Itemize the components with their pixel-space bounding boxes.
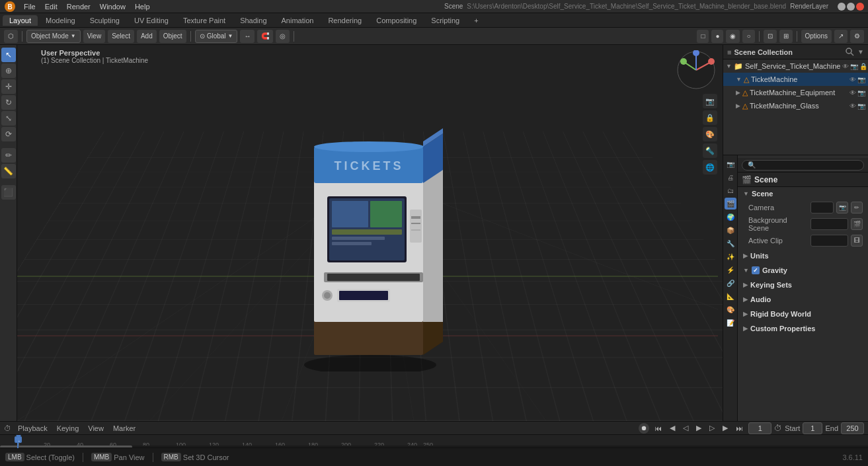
camera-view-icon[interactable]: 📷 xyxy=(703,94,717,108)
editor-type-button[interactable]: ⬡ xyxy=(4,30,18,43)
lock-icon[interactable]: 🔒 xyxy=(859,63,867,70)
cam-toggle-4[interactable]: 📷 xyxy=(857,102,865,110)
scale-tool-icon[interactable]: ⤡ xyxy=(1,111,16,126)
close-button[interactable] xyxy=(856,3,864,11)
measure-tool-icon[interactable]: 📏 xyxy=(1,164,16,178)
rigid-body-section-toggle[interactable]: ▶ Rigid Body World xyxy=(738,307,868,321)
props-tab-object-data[interactable]: 📐 xyxy=(725,290,736,302)
filter-icon[interactable]: ▼ xyxy=(857,48,864,56)
options-btn[interactable]: Options xyxy=(801,30,832,43)
keying-menu[interactable]: Keying xyxy=(54,424,82,433)
props-tab-view-layer[interactable]: 🗂 xyxy=(725,184,736,196)
rendered-icon[interactable]: ○ xyxy=(742,30,754,43)
props-tab-modifier[interactable]: 🔧 xyxy=(725,237,736,249)
sync-mode-icon[interactable]: ⏺ xyxy=(639,423,649,434)
move-tool-icon[interactable]: ✛ xyxy=(1,79,16,94)
props-search-input[interactable] xyxy=(742,160,864,171)
gravity-checkbox[interactable]: ✓ xyxy=(752,266,760,274)
props-tab-particles[interactable]: ✨ xyxy=(725,251,736,262)
start-frame-input[interactable] xyxy=(803,422,822,434)
current-frame-input[interactable]: 1 xyxy=(748,422,771,434)
keying-sets-toggle[interactable]: ▶ Keying Sets xyxy=(738,278,868,291)
eye-toggle-icon[interactable]: 👁 xyxy=(842,63,849,70)
jump-end-btn[interactable]: ⏭ xyxy=(733,424,746,433)
tab-texture-paint[interactable]: Texture Paint xyxy=(177,15,232,26)
end-frame-input[interactable] xyxy=(841,422,864,434)
next-keyframe-btn[interactable]: ▷ xyxy=(707,423,717,433)
props-tab-physics[interactable]: ⚡ xyxy=(725,264,736,276)
mode-dropdown[interactable]: Object Mode ▼ xyxy=(26,30,81,43)
gizmo-btn[interactable]: ↗ xyxy=(834,30,848,43)
tab-shading[interactable]: Shading xyxy=(233,15,273,26)
object-button[interactable]: Object xyxy=(159,30,186,43)
jump-start-btn[interactable]: ⏮ xyxy=(652,424,664,433)
props-tab-material[interactable]: 🎨 xyxy=(725,303,736,315)
tab-add[interactable]: + xyxy=(467,15,485,26)
material-preview-icon[interactable]: ◉ xyxy=(726,30,740,43)
eye-toggle-4[interactable]: 👁 xyxy=(849,102,856,110)
gravity-section-toggle[interactable]: ▼ ✓ Gravity xyxy=(738,264,868,277)
tab-compositing[interactable]: Compositing xyxy=(370,15,423,26)
world-icon[interactable]: 🌐 xyxy=(703,160,717,175)
camera-picker-icon[interactable]: 📷 xyxy=(836,202,848,214)
playback-menu[interactable]: Playback xyxy=(15,424,50,433)
cam-toggle-3[interactable]: 📷 xyxy=(857,89,865,97)
select-tool-icon[interactable]: ↖ xyxy=(1,48,16,62)
lock-view-icon[interactable]: 🔒 xyxy=(703,110,717,125)
camera-render-icon[interactable]: 📷 xyxy=(850,63,858,70)
tab-modeling[interactable]: Modeling xyxy=(39,15,82,26)
menu-edit[interactable]: Edit xyxy=(41,2,61,11)
units-section-toggle[interactable]: ▶ Units xyxy=(738,249,868,262)
view-menu[interactable]: View xyxy=(85,424,106,433)
gizmo2-btn[interactable]: ⚙ xyxy=(850,30,864,43)
solid-icon[interactable]: ● xyxy=(711,30,723,43)
transform-space-dropdown[interactable]: ⊙ Global ▼ xyxy=(195,30,238,43)
annotate-tool-icon[interactable]: ✏ xyxy=(1,148,16,163)
add-button[interactable]: Add xyxy=(137,30,157,43)
cursor-tool-icon[interactable]: ⊕ xyxy=(1,63,16,78)
active-clip-icon[interactable]: 🎞 xyxy=(851,235,863,247)
active-clip-value[interactable] xyxy=(810,235,848,247)
props-tab-output[interactable]: 🖨 xyxy=(725,171,736,183)
props-tab-render[interactable]: 📷 xyxy=(725,158,736,170)
eye-toggle-2[interactable]: 👁 xyxy=(849,76,856,83)
rotate-tool-icon[interactable]: ↻ xyxy=(1,95,16,110)
marker-menu[interactable]: Marker xyxy=(110,424,138,433)
outliner-ticket-machine[interactable]: ▼ △ TicketMachine 👁 📷 xyxy=(723,73,868,86)
xray-btn[interactable]: ⊞ xyxy=(779,30,793,43)
select-button[interactable]: Select xyxy=(108,30,134,43)
overlay-btn[interactable]: ⊡ xyxy=(764,30,777,43)
scene-view-icon[interactable]: 🔦 xyxy=(703,143,717,158)
maximize-button[interactable] xyxy=(847,3,855,11)
tab-uv-editing[interactable]: UV Editing xyxy=(128,15,175,26)
axes-widget[interactable]: X Y Z xyxy=(676,50,716,90)
transform-tool-icon[interactable]: ⟳ xyxy=(1,127,16,141)
props-tab-constraints[interactable]: 🔗 xyxy=(725,277,736,289)
audio-section-toggle[interactable]: ▶ Audio xyxy=(738,293,868,306)
camera-value[interactable] xyxy=(810,202,834,214)
eye-toggle-3[interactable]: 👁 xyxy=(849,89,856,97)
props-tab-script[interactable]: 📝 xyxy=(725,317,736,329)
bg-scene-value[interactable] xyxy=(810,218,848,230)
tab-sculpting[interactable]: Sculpting xyxy=(83,15,126,26)
minimize-button[interactable] xyxy=(838,3,846,11)
scene-section-toggle[interactable]: ▼ Scene xyxy=(738,187,868,200)
tab-animation[interactable]: Animation xyxy=(275,15,321,26)
3d-viewport[interactable]: TICKETS xyxy=(17,45,723,421)
next-frame-btn[interactable]: ▶ xyxy=(720,423,730,433)
menu-file[interactable]: File xyxy=(20,2,40,11)
play-btn[interactable]: ▶ xyxy=(693,423,704,433)
snap-btn[interactable]: 🧲 xyxy=(257,30,273,43)
menu-window[interactable]: Window xyxy=(96,2,130,11)
bg-scene-icon[interactable]: 🎬 xyxy=(851,218,863,230)
props-tab-scene[interactable]: 🎬 xyxy=(725,198,736,210)
wireframe-icon[interactable]: □ xyxy=(697,30,709,43)
outliner-ticket-machine-glass[interactable]: ▶ △ TicketMachine_Glass 👁 📷 xyxy=(723,99,868,112)
render-icon[interactable]: 🎨 xyxy=(703,127,717,141)
proportional-btn[interactable]: ◎ xyxy=(276,30,290,43)
tab-rendering[interactable]: Rendering xyxy=(321,15,368,26)
collection-self-service[interactable]: ▼ 📁 Self_Service_Ticket_Machine 👁 📷 🔒 xyxy=(723,59,868,73)
cam-toggle-2[interactable]: 📷 xyxy=(857,76,865,83)
tab-scripting[interactable]: Scripting xyxy=(424,15,466,26)
props-tab-object[interactable]: 📦 xyxy=(725,224,736,236)
